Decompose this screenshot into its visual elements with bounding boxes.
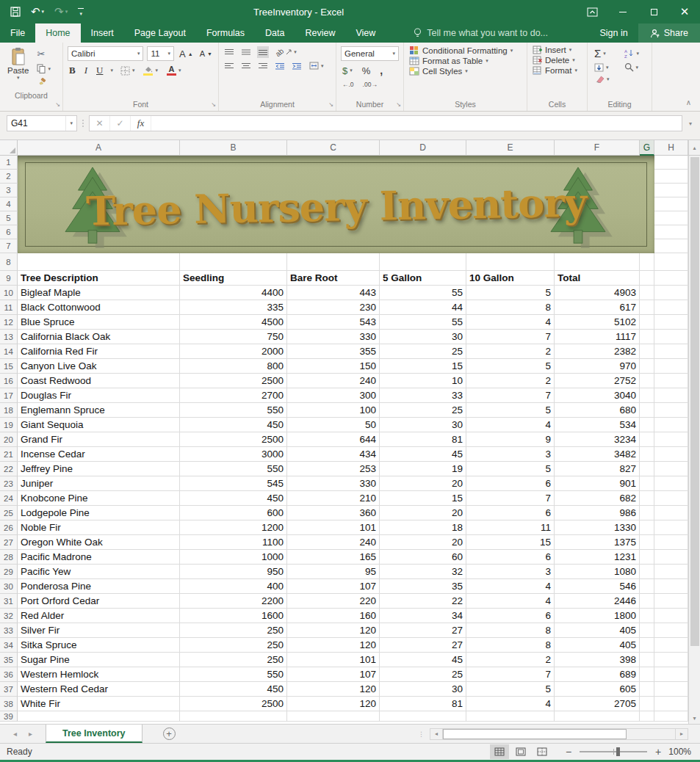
normal-view-button[interactable] <box>490 744 509 759</box>
cell-B35[interactable]: 250 <box>180 653 287 667</box>
cell-H37[interactable] <box>654 682 688 697</box>
column-header-A[interactable]: A <box>18 140 180 156</box>
cell-E36[interactable]: 7 <box>466 667 555 682</box>
comma-style-button[interactable]: , <box>378 64 384 77</box>
align-center-button[interactable] <box>240 62 252 70</box>
cell-E24[interactable]: 7 <box>466 491 555 506</box>
cell-G37[interactable] <box>640 682 654 697</box>
cell-B37[interactable]: 450 <box>180 682 287 697</box>
row-header-2[interactable]: 2 <box>0 170 18 184</box>
cell-G24[interactable] <box>640 491 654 506</box>
align-bottom-button[interactable] <box>257 46 269 58</box>
sheet-tab-tree-inventory[interactable]: Tree Inventory <box>46 725 142 743</box>
cell-F28[interactable]: 1231 <box>555 550 640 565</box>
cell-A28[interactable]: Pacific Madrone <box>18 550 180 565</box>
cell-H27[interactable] <box>654 535 688 550</box>
cell-B28[interactable]: 1000 <box>180 550 287 565</box>
tell-me-box[interactable]: Tell me what you want to do... <box>414 23 548 43</box>
sort-filter-button[interactable]: AZ▾ <box>623 46 647 60</box>
cell-B25[interactable]: 600 <box>180 506 287 520</box>
cell-A30[interactable]: Ponderosa Pine <box>18 579 180 594</box>
cell-A17[interactable]: Douglas Fir <box>18 388 180 403</box>
cell-C27[interactable]: 240 <box>287 535 380 550</box>
cell-C36[interactable]: 107 <box>287 667 380 682</box>
cell-F26[interactable]: 1330 <box>555 520 640 535</box>
cell-C10[interactable]: 443 <box>287 286 380 300</box>
row-header-5[interactable]: 5 <box>0 211 18 225</box>
cell-H23[interactable] <box>654 476 688 491</box>
scroll-down-icon[interactable]: ▾ <box>693 712 696 724</box>
cell-F35[interactable]: 398 <box>555 653 640 667</box>
row-header-1[interactable]: 1 <box>0 156 18 170</box>
bold-button[interactable]: B <box>68 64 77 77</box>
cell-H26[interactable] <box>654 520 688 535</box>
scroll-left-icon[interactable]: ◂ <box>430 728 443 740</box>
tree-nursery-banner-image[interactable]: Tree Nursery Inventory <box>18 156 654 253</box>
cell-F23[interactable]: 901 <box>555 476 640 491</box>
format-cells-button[interactable]: Format▾ <box>533 66 582 75</box>
cell-H28[interactable] <box>654 550 688 565</box>
row-header-24[interactable]: 24 <box>0 491 18 506</box>
ribbon-tab-home[interactable]: Home <box>35 23 80 43</box>
cell-A10[interactable]: Bigleaf Maple <box>18 286 180 300</box>
cell-A34[interactable]: Sitka Spruce <box>18 638 180 653</box>
cell-D35[interactable]: 45 <box>380 653 466 667</box>
cell-H14[interactable] <box>654 344 688 359</box>
column-header-B[interactable]: B <box>180 140 287 156</box>
cell-E32[interactable]: 6 <box>466 609 555 623</box>
cell-C19[interactable]: 50 <box>287 418 380 432</box>
cell-D15[interactable]: 15 <box>380 359 466 374</box>
ribbon-tab-view[interactable]: View <box>345 23 386 43</box>
ribbon-tab-review[interactable]: Review <box>295 23 345 43</box>
cell-H7[interactable] <box>654 239 688 253</box>
cell-B29[interactable]: 950 <box>180 565 287 579</box>
cell-C12[interactable]: 543 <box>287 315 380 330</box>
cell-F13[interactable]: 1117 <box>555 330 640 344</box>
cell-D22[interactable]: 19 <box>380 462 466 476</box>
cell-B30[interactable]: 400 <box>180 579 287 594</box>
horizontal-scrollbar-track[interactable] <box>443 728 675 740</box>
maximize-button[interactable] <box>638 0 669 23</box>
number-format-select[interactable]: General▾ <box>341 46 399 61</box>
cell-A24[interactable]: Knobcone Pine <box>18 491 180 506</box>
cell-B27[interactable]: 1100 <box>180 535 287 550</box>
cancel-formula-icon[interactable]: ✕ <box>90 116 110 131</box>
cell-F24[interactable]: 682 <box>555 491 640 506</box>
copy-button[interactable]: ▾ <box>35 63 52 74</box>
minimize-button[interactable] <box>607 0 638 23</box>
cell-D11[interactable]: 44 <box>380 300 466 315</box>
cell-E35[interactable]: 2 <box>466 653 555 667</box>
cell-C26[interactable]: 101 <box>287 520 380 535</box>
cell-B39[interactable] <box>180 711 287 722</box>
cell-F11[interactable]: 617 <box>555 300 640 315</box>
cell-B34[interactable]: 250 <box>180 638 287 653</box>
cell-H17[interactable] <box>654 388 688 403</box>
align-top-button[interactable] <box>223 48 235 57</box>
font-dialog-launcher-icon[interactable]: ↘ <box>211 101 216 108</box>
cell-H22[interactable] <box>654 462 688 476</box>
cell-styles-button[interactable]: Cell Styles▾ <box>409 67 522 76</box>
cell-A14[interactable]: California Red Fir <box>18 344 180 359</box>
cell-E19[interactable]: 4 <box>466 418 555 432</box>
row-header-9[interactable]: 9 <box>0 271 18 286</box>
row-header-37[interactable]: 37 <box>0 682 18 697</box>
insert-function-icon[interactable]: fx <box>131 116 151 131</box>
cell-G34[interactable] <box>640 638 654 653</box>
fill-button[interactable]: ▾ <box>593 62 617 73</box>
delete-cells-button[interactable]: Delete▾ <box>533 56 582 65</box>
cell-A21[interactable]: Incense Cedar <box>18 447 180 462</box>
row-header-34[interactable]: 34 <box>0 638 18 653</box>
row-header-29[interactable]: 29 <box>0 565 18 579</box>
cell-E37[interactable]: 5 <box>466 682 555 697</box>
grow-font-button[interactable]: A▲ <box>178 48 195 60</box>
cell-E23[interactable]: 6 <box>466 476 555 491</box>
cell-A39[interactable] <box>18 711 180 722</box>
cell-E8[interactable] <box>466 253 555 271</box>
cell-G32[interactable] <box>640 609 654 623</box>
cell-B20[interactable]: 2500 <box>180 432 287 447</box>
row-header-25[interactable]: 25 <box>0 506 18 520</box>
row-header-13[interactable]: 13 <box>0 330 18 344</box>
cell-B33[interactable]: 250 <box>180 623 287 638</box>
font-color-button[interactable]: A ▾ <box>165 65 183 76</box>
ribbon-tab-formulas[interactable]: Formulas <box>196 23 255 43</box>
